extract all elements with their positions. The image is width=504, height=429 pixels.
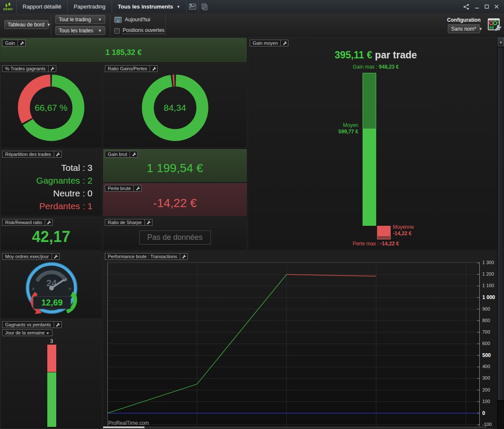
panel-gagnants-perdants: Gagnants vs perdants Jour de la semaine … xyxy=(0,319,102,429)
configuration-label: Configuration xyxy=(447,17,481,23)
chevron-down-icon: ▼ xyxy=(47,23,51,27)
grouping-dropdown[interactable]: Jour de la semaine ▼ xyxy=(2,329,52,336)
wrench-icon[interactable] xyxy=(130,151,138,158)
candlestick-logo-icon xyxy=(5,3,12,7)
chevron-down-icon: ▼ xyxy=(98,29,102,33)
dashboard-content: Gain 1 185,32 € % Trades gagnants 66,67 … xyxy=(0,37,498,429)
losing-trades-bar xyxy=(47,345,56,372)
wrench-icon[interactable] xyxy=(180,253,188,260)
y-tick-label: 600 xyxy=(482,341,490,346)
horizontal-scrollbar-thumb[interactable] xyxy=(103,426,144,428)
wrench-icon[interactable] xyxy=(54,151,62,158)
panel-performance: Performance brute : Transactions -100010… xyxy=(103,251,498,429)
y-tick-label: 1 000 xyxy=(482,294,495,300)
dashboard-config-button[interactable] xyxy=(487,18,501,33)
panel-pct-trades-gagnants: % Trades gagnants 66,67 % xyxy=(0,63,102,148)
toolbar: Tableau de bord▼ Tout le trading▼ Tous l… xyxy=(0,13,504,38)
trades-filter-dropdown[interactable]: Tous les trades▼ xyxy=(55,26,105,35)
y-tick-label: 800 xyxy=(482,318,490,323)
gain-range-bar xyxy=(363,73,376,129)
tab-papertrading[interactable]: Papertrading xyxy=(67,0,111,13)
panel-gain-title: Gain xyxy=(2,40,18,46)
gain-average-bar xyxy=(363,129,376,226)
wrench-icon[interactable] xyxy=(145,219,153,226)
performance-line-chart xyxy=(107,262,480,427)
panel-repartition-title: Répartition des trades xyxy=(2,151,54,158)
wrench-icon[interactable] xyxy=(134,185,141,192)
repartition-neutre: Neutre : 0 xyxy=(7,187,92,200)
moyen-label: Moyen599,77 € xyxy=(294,122,358,135)
y-tick-label: 200 xyxy=(482,387,490,392)
vertical-scrollbar[interactable]: ▲ xyxy=(497,37,504,429)
panel-perte-brute: Perte brute -14,22 € xyxy=(103,183,247,216)
panel-moy-ordres-title: Moy ordres exec/jour xyxy=(2,253,52,260)
open-chart-button[interactable] xyxy=(186,0,198,13)
chevron-down-icon: ▼ xyxy=(479,27,483,31)
panel-gain-moyen-title: Gain moyen xyxy=(250,40,281,46)
titlebar: DEMO Rapport détaillé Papertrading Tous … xyxy=(0,0,504,14)
panel-repartition: Répartition des trades Total : 3 Gagnant… xyxy=(0,149,102,216)
open-positions-checkbox[interactable] xyxy=(114,28,120,34)
pct-trades-value: 66,67 % xyxy=(15,72,87,144)
wrench-icon[interactable] xyxy=(281,40,288,46)
configuration-dropdown[interactable]: Sans nom*▼ xyxy=(448,24,480,33)
window-controls xyxy=(463,0,504,13)
repartition-total: Total : 3 xyxy=(7,161,92,174)
panel-gagnants-title: Gagnants vs perdants xyxy=(2,321,54,328)
view-dropdown[interactable]: Tableau de bord▼ xyxy=(4,20,49,29)
open-positions-control[interactable]: Positions ouvertes xyxy=(114,27,164,34)
moyenne-label: Moyenne-14,22 € xyxy=(393,224,414,237)
panel-pct-title: % Trades gagnants xyxy=(2,65,49,72)
scroll-up-button[interactable]: ▲ xyxy=(498,37,504,46)
share-icon[interactable] xyxy=(463,4,469,10)
close-button[interactable] xyxy=(494,4,499,9)
tab-rapport-detaille[interactable]: Rapport détaillé xyxy=(16,0,67,13)
y-tick-label: 100 xyxy=(482,399,490,404)
loss-range-bar xyxy=(377,236,391,239)
panel-moy-ordres: Moy ordres exec/jour 24 12,69 xyxy=(0,251,102,319)
panel-gain-moyen: Gain moyen 395,11 € par trade Gain max :… xyxy=(248,37,498,250)
wrench-icon[interactable] xyxy=(150,65,158,72)
perte-max-label: Perte max : -14,22 € xyxy=(248,241,498,247)
panel-performance-title: Performance brute : Transactions xyxy=(105,253,180,260)
wrench-icon[interactable] xyxy=(52,253,60,260)
toolbar-separator xyxy=(165,14,166,36)
y-tick-label: 1 100 xyxy=(482,283,494,288)
wrench-icon[interactable] xyxy=(54,321,62,328)
panel-ratio-title: Ratio Gains/Pertes xyxy=(105,65,150,72)
risk-reward-value: 42,17 xyxy=(0,228,102,246)
copy-report-button[interactable] xyxy=(198,0,210,13)
gain-value: 1 185,32 € xyxy=(0,48,247,57)
add-chart-icon xyxy=(189,3,196,10)
vertical-scrollbar-thumb[interactable] xyxy=(498,47,504,400)
no-data-message: Pas de données xyxy=(139,230,210,245)
performance-chart-canvas xyxy=(107,262,480,427)
logo-label: DEMO xyxy=(3,8,13,11)
wrench-icon[interactable] xyxy=(45,219,53,226)
horizontal-scrollbar[interactable] xyxy=(103,426,487,428)
ratio-value: 84,34 xyxy=(139,72,211,144)
watermark: ProRealTime.com xyxy=(108,420,149,426)
y-tick-label: 1 300 xyxy=(482,260,494,265)
perte-brute-value: -14,22 € xyxy=(103,196,247,210)
panel-risk-reward: Risk/Reward ratio 42,17 xyxy=(0,217,102,250)
orders-per-day-value: 12,69 xyxy=(41,298,63,307)
maximize-button[interactable] xyxy=(484,4,489,9)
copy-icon xyxy=(201,3,208,10)
panel-risk-reward-title: Risk/Reward ratio xyxy=(2,219,45,226)
gain-brut-value: 1 199,54 € xyxy=(103,161,247,175)
toolbar-separator xyxy=(110,14,110,36)
app-logo: DEMO xyxy=(0,0,16,13)
minimize-button[interactable] xyxy=(475,4,479,9)
chevron-down-icon: ▼ xyxy=(98,17,102,22)
trading-scope-dropdown[interactable]: Tout le trading▼ xyxy=(55,15,105,24)
repartition-gagnantes: Gagnantes : 2 xyxy=(7,174,92,187)
wrench-icon[interactable] xyxy=(49,65,56,72)
panel-ratio-gains-pertes: Ratio Gains/Pertes 84,34 xyxy=(103,63,247,148)
wrench-icon[interactable] xyxy=(18,40,26,46)
today-control[interactable]: Aujourd'hui xyxy=(114,16,150,23)
gain-moyen-bar-chart xyxy=(248,38,498,250)
instruments-dropdown[interactable]: Tous les instruments ▼ xyxy=(112,0,187,13)
panel-gain: Gain 1 185,32 € xyxy=(0,37,247,63)
winning-trades-bar xyxy=(47,372,56,427)
